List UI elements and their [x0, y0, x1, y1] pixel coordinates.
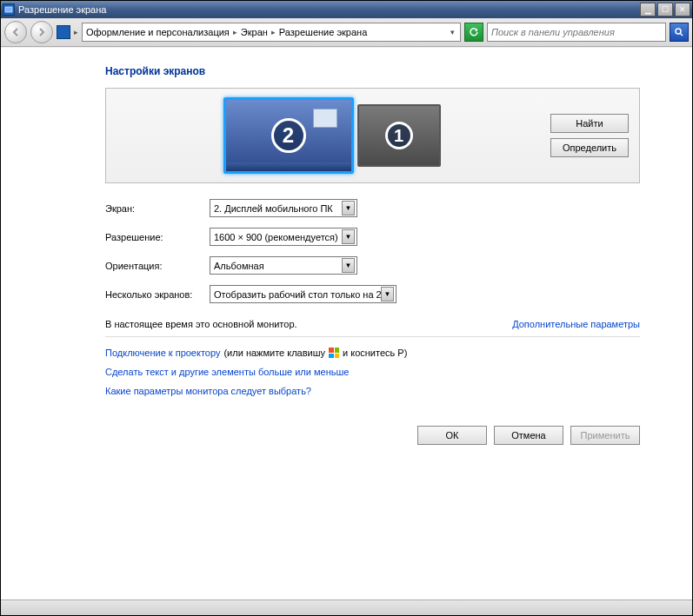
refresh-button[interactable] [464, 23, 483, 42]
resolution-label: Разрешение: [105, 232, 210, 242]
ok-button[interactable]: ОК [417, 426, 487, 445]
multi-display-label: Несколько экранов: [105, 289, 210, 300]
resolution-combo[interactable]: 1600 × 900 (рекомендуется) ▼ [210, 228, 357, 246]
statusbar [1, 599, 692, 615]
breadcrumb-seg-resolution[interactable]: Разрешение экрана [279, 27, 367, 37]
breadcrumb[interactable]: Оформление и персонализация ▸ Экран ▸ Ра… [82, 23, 461, 42]
projector-link-row: Подключение к проектору (или нажмите кла… [105, 348, 640, 358]
display-value: 2. Дисплей мобильного ПК [214, 203, 342, 214]
identify-button[interactable]: Определить [550, 138, 629, 157]
projector-link[interactable]: Подключение к проектору [105, 348, 220, 358]
monitor-number-badge: 1 [385, 122, 413, 149]
cancel-button[interactable]: Отмена [494, 426, 563, 445]
apply-button[interactable]: Применить [570, 426, 640, 445]
detect-button[interactable]: Найти [550, 114, 629, 133]
projector-text-mid: (или нажмите клавишу [223, 348, 325, 358]
titlebar: Разрешение экрана ▁ ☐ ✕ [1, 1, 692, 18]
resolution-value: 1600 × 900 (рекомендуется) [214, 232, 342, 242]
chevron-right-icon: ▸ [231, 28, 239, 36]
page-heading: Настройки экранов [105, 65, 640, 77]
svg-point-1 [676, 29, 681, 34]
windows-logo-icon [329, 348, 339, 358]
app-icon [3, 3, 15, 16]
back-button[interactable] [4, 21, 27, 43]
address-icon [57, 25, 70, 39]
orientation-value: Альбомная [214, 261, 342, 271]
chevron-right-icon: ▸ [270, 28, 277, 36]
multi-display-combo[interactable]: Отобразить рабочий стол только на 2 ▼ [210, 285, 396, 303]
forward-button[interactable] [30, 21, 53, 43]
multi-display-value: Отобразить рабочий стол только на 2 [214, 289, 381, 300]
orientation-label: Ориентация: [105, 261, 210, 271]
monitor-arrangement-panel: 2 1 Найти Определить [105, 88, 640, 183]
monitor-1[interactable]: 1 [357, 104, 441, 167]
chevron-down-icon: ▼ [342, 258, 355, 273]
content-area: Настройки экранов 2 1 Найти Определить Э… [1, 47, 692, 599]
search-input[interactable] [491, 27, 662, 37]
chevron-down-icon[interactable]: ▾ [449, 28, 456, 36]
svg-rect-0 [5, 7, 12, 12]
display-label: Экран: [105, 203, 210, 214]
minimize-button[interactable]: ▁ [640, 3, 656, 17]
primary-monitor-status: В настоящее время это основной монитор. [105, 319, 297, 329]
chevron-down-icon: ▼ [342, 229, 355, 244]
search-button[interactable] [670, 23, 689, 42]
projector-text-post: и коснитесь P) [343, 348, 407, 358]
window-title: Разрешение экрана [18, 4, 640, 15]
monitor-number-badge: 2 [271, 118, 306, 153]
close-button[interactable]: ✕ [675, 3, 690, 17]
chevron-down-icon: ▼ [381, 287, 394, 301]
maximize-button[interactable]: ☐ [657, 3, 673, 17]
monitor-2[interactable]: 2 [223, 97, 354, 174]
display-combo[interactable]: 2. Дисплей мобильного ПК ▼ [210, 199, 357, 217]
svg-line-2 [681, 34, 683, 36]
which-monitor-link[interactable]: Какие параметры монитора следует выбрать… [105, 386, 640, 396]
breadcrumb-seg-appearance[interactable]: Оформление и персонализация [86, 27, 230, 37]
text-size-link[interactable]: Сделать текст и другие элементы больше и… [105, 367, 640, 377]
chevron-down-icon: ▼ [342, 201, 355, 215]
search-box[interactable] [487, 23, 666, 42]
advanced-settings-link[interactable]: Дополнительные параметры [512, 319, 640, 329]
orientation-combo[interactable]: Альбомная ▼ [210, 256, 357, 275]
toolbar: ▸ Оформление и персонализация ▸ Экран ▸ … [1, 18, 692, 47]
breadcrumb-root-sep: ▸ [74, 28, 78, 36]
breadcrumb-seg-display[interactable]: Экран [241, 27, 268, 37]
